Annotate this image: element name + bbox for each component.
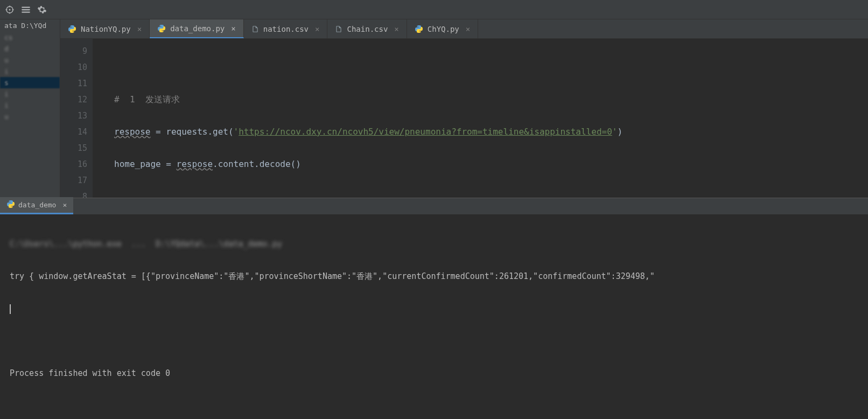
code-line[interactable]: home_page = respose.content.decode()	[114, 156, 868, 172]
output-line: Process finished with exit code 0	[10, 365, 858, 381]
tab-label: NationYQ.py	[81, 25, 131, 33]
sidebar-item[interactable]: u	[0, 111, 60, 122]
sidebar-item[interactable]: i	[0, 100, 60, 111]
tab-label: data_demo.py	[170, 24, 225, 33]
gear-icon[interactable]	[37, 4, 47, 15]
line-gutter: 9 10 11 12 13 14 15 16 17 .8 .9 !0 21 22	[60, 39, 93, 198]
project-sidebar[interactable]: ata D:\YQd cs d u i s i i u	[0, 19, 60, 198]
run-panel: data_demo × C:\Users\...\python.exe ... …	[0, 198, 868, 419]
close-icon[interactable]: ×	[394, 25, 398, 33]
code-line[interactable]: # 1 发送请求	[114, 92, 868, 108]
tab-label: Chain.csv	[347, 25, 388, 33]
output-caret	[10, 301, 858, 317]
sidebar-item[interactable]: i	[0, 88, 60, 100]
sidebar-item[interactable]: i	[0, 66, 60, 77]
output-line	[10, 333, 858, 349]
close-icon[interactable]: ×	[466, 25, 470, 33]
code-line[interactable]	[114, 59, 868, 75]
tab-chyq[interactable]: ChYQ.py ×	[407, 19, 478, 38]
split-icon[interactable]	[20, 4, 31, 15]
sidebar-path: ata D:\YQd	[0, 19, 60, 32]
run-output[interactable]: C:\Users\...\python.exe ... D:\YQdata\..…	[0, 214, 868, 419]
file-icon	[335, 25, 342, 33]
tab-nationyq[interactable]: NationYQ.py ×	[60, 19, 150, 38]
target-icon[interactable]	[4, 4, 15, 15]
editor-tabs: NationYQ.py × data_demo.py × nation.csv …	[60, 19, 868, 39]
close-icon[interactable]: ×	[62, 201, 67, 209]
toolbar	[0, 0, 868, 19]
run-tab-label: data_demo	[18, 201, 56, 209]
python-icon	[68, 25, 76, 33]
output-line: try { window.getAreaStat = [{"provinceNa…	[10, 268, 858, 284]
sidebar-item[interactable]: d	[0, 43, 60, 54]
code-line[interactable]: respose = requests.get('https://ncov.dxy…	[114, 124, 868, 140]
code-line[interactable]	[114, 188, 868, 198]
close-icon[interactable]: ×	[315, 25, 319, 33]
file-icon	[251, 25, 259, 33]
python-icon	[157, 24, 166, 33]
tab-label: ChYQ.py	[428, 25, 459, 33]
close-icon[interactable]: ×	[137, 25, 142, 33]
python-icon	[6, 200, 15, 210]
close-icon[interactable]: ×	[231, 24, 235, 33]
tab-chain-csv[interactable]: Chain.csv ×	[327, 19, 407, 38]
tab-data-demo[interactable]: data_demo.py ×	[150, 19, 244, 38]
tab-nation-csv[interactable]: nation.csv ×	[244, 19, 328, 38]
sidebar-item[interactable]: u	[0, 54, 60, 66]
python-icon	[415, 25, 423, 33]
tab-label: nation.csv	[263, 25, 309, 33]
code-area[interactable]: # 1 发送请求 respose = requests.get('https:/…	[93, 39, 868, 198]
editor[interactable]: 9 10 11 12 13 14 15 16 17 .8 .9 !0 21 22…	[60, 39, 868, 198]
run-tabs: data_demo ×	[0, 198, 868, 214]
run-tab-data-demo[interactable]: data_demo ×	[0, 197, 73, 214]
svg-point-1	[9, 9, 10, 10]
sidebar-item[interactable]: s	[0, 77, 60, 88]
output-line: C:\Users\...\python.exe ... D:\YQdata\..…	[10, 236, 858, 252]
sidebar-item[interactable]: cs	[0, 32, 60, 43]
